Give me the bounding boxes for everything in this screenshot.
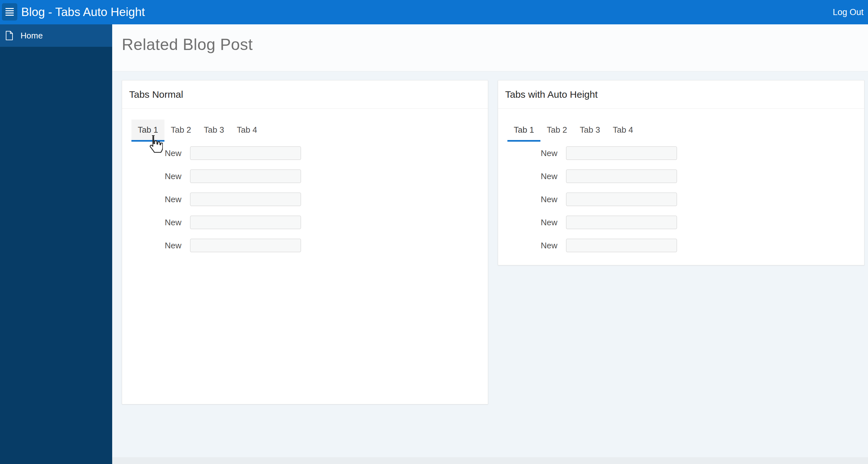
tab-3[interactable]: Tab 3 xyxy=(574,120,607,142)
form-row: New xyxy=(122,193,488,206)
form-row: New xyxy=(498,216,864,229)
form-row: New xyxy=(498,239,864,252)
sidebar-nav: Home xyxy=(0,24,112,464)
form-row: New xyxy=(498,193,864,206)
text-input[interactable] xyxy=(566,216,677,229)
tab-label: Tab 1 xyxy=(138,125,158,135)
field-label: New xyxy=(122,148,181,158)
field-label: New xyxy=(498,218,557,227)
tab-panel-content: New New New New New xyxy=(122,147,488,262)
field-label: New xyxy=(498,148,557,158)
text-input[interactable] xyxy=(566,239,677,252)
form-row: New xyxy=(122,216,488,229)
region-header: Tabs Normal xyxy=(122,81,488,109)
region-tabs-auto-height: Tabs with Auto Height Tab 1 Tab 2 Tab 3 … xyxy=(498,80,865,265)
tabbar-auto-height: Tab 1 Tab 2 Tab 3 Tab 4 xyxy=(507,120,640,142)
tab-label: Tab 1 xyxy=(514,125,534,135)
tab-4[interactable]: Tab 4 xyxy=(607,120,640,142)
tab-label: Tab 4 xyxy=(613,125,633,135)
sidebar-item-label: Home xyxy=(21,31,43,41)
field-label: New xyxy=(122,172,181,181)
tabbar-normal: Tab 1 Tab 2 Tab 3 Tab 4 xyxy=(131,120,264,142)
tab-label: Tab 3 xyxy=(580,125,600,135)
field-label: New xyxy=(122,241,181,251)
form-row: New xyxy=(122,147,488,160)
tab-label: Tab 2 xyxy=(547,125,567,135)
form-row: New xyxy=(122,239,488,252)
tab-label: Tab 4 xyxy=(237,125,257,135)
form-row: New xyxy=(122,169,488,183)
field-label: New xyxy=(122,194,181,205)
tab-2[interactable]: Tab 2 xyxy=(164,120,197,142)
sidebar-item-home[interactable]: Home xyxy=(0,24,112,47)
form-row: New xyxy=(498,169,864,183)
region-title: Tabs Normal xyxy=(129,89,183,100)
field-label: New xyxy=(498,194,557,205)
text-input[interactable] xyxy=(190,216,301,229)
app-window: Blog - Tabs Auto Height Log Out Home Rel… xyxy=(0,0,868,464)
tab-label: Tab 3 xyxy=(204,125,224,135)
footer-strip xyxy=(112,457,868,464)
tab-1[interactable]: Tab 1 xyxy=(507,120,540,142)
page-title: Related Blog Post xyxy=(122,35,253,54)
page-title-band: Related Blog Post xyxy=(112,24,868,71)
region-title: Tabs with Auto Height xyxy=(505,89,598,100)
text-input[interactable] xyxy=(566,193,677,206)
app-header: Blog - Tabs Auto Height Log Out xyxy=(0,0,868,24)
text-input[interactable] xyxy=(566,147,677,160)
tab-3[interactable]: Tab 3 xyxy=(197,120,230,142)
content-area: Tabs Normal Tab 1 Tab 2 Tab 3 Tab 4 New xyxy=(112,72,868,457)
menu-button[interactable] xyxy=(2,3,17,21)
form-row: New xyxy=(498,147,864,160)
app-title: Blog - Tabs Auto Height xyxy=(21,0,145,24)
text-input[interactable] xyxy=(190,147,301,160)
region-header: Tabs with Auto Height xyxy=(498,81,864,109)
field-label: New xyxy=(122,218,181,227)
logout-link[interactable]: Log Out xyxy=(833,0,864,24)
tab-1[interactable]: Tab 1 xyxy=(131,120,164,142)
text-input[interactable] xyxy=(190,239,301,252)
field-label: New xyxy=(498,241,557,251)
text-input[interactable] xyxy=(190,193,301,206)
tab-label: Tab 2 xyxy=(171,125,191,135)
tab-4[interactable]: Tab 4 xyxy=(230,120,264,142)
menu-icon xyxy=(5,8,14,16)
field-label: New xyxy=(498,172,557,181)
region-tabs-normal: Tabs Normal Tab 1 Tab 2 Tab 3 Tab 4 New xyxy=(122,80,488,404)
tab-2[interactable]: Tab 2 xyxy=(540,120,574,142)
tab-panel-content: New New New New New xyxy=(498,147,864,262)
document-icon xyxy=(5,31,13,40)
text-input[interactable] xyxy=(190,169,301,183)
text-input[interactable] xyxy=(566,169,677,183)
